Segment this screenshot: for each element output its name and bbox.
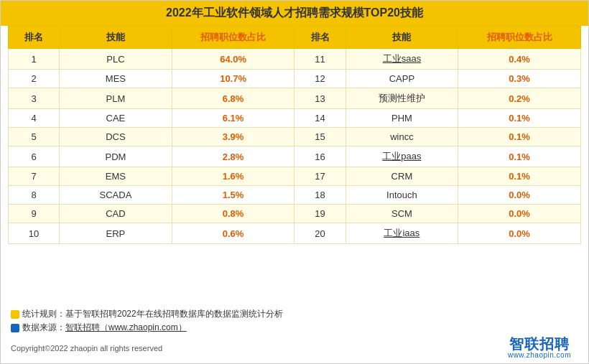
data-cell: 11 [294,49,345,70]
table-row: 1PLC64.0%11工业saas0.4% [9,49,581,70]
table-row: 4CAE6.1%14PHM0.1% [9,109,581,128]
data-cell: 10 [9,223,60,244]
logo: 智联招聘 www.zhaopin.com [508,337,571,359]
data-cell: 3 [9,88,60,109]
data-cell: 0.8% [172,205,294,223]
skill2-cell: Intouch [345,186,458,205]
data-cell: 0.1% [458,128,581,146]
skill1-cell: PLC [60,49,172,70]
data-cell: 14 [294,109,345,128]
table-body: 1PLC64.0%11工业saas0.4%2MES10.7%12CAPP0.3%… [9,49,581,244]
skill1-cell: DCS [60,128,172,146]
table-header-row: 排名 技能 招聘职位数占比 排名 技能 招聘职位数占比 [9,27,581,49]
data-cell: 0.1% [458,167,581,186]
data-cell: 5 [9,128,60,146]
data-cell: 8 [9,186,60,205]
skill1-cell: CAD [60,205,172,223]
header-pct2: 招聘职位数占比 [458,27,581,49]
data-cell: 2 [9,70,60,88]
footer-rule-label: 统计规则：基于智联招聘2022年在线招聘数据库的数据监测统计分析 [22,308,283,320]
skill1-cell: MES [60,70,172,88]
data-cell: 16 [294,146,345,167]
data-cell: 20 [294,223,345,244]
skill2-cell: CRM [345,167,458,186]
footer-bottom-row: Copyright©2022 zhaopin all rights reserv… [11,337,578,362]
data-cell: 0.0% [458,205,581,223]
skill1-cell: CAE [60,109,172,128]
skill2-cell: 工业saas [345,49,458,70]
data-cell: 7 [9,167,60,186]
skill1-cell: PLM [60,88,172,109]
data-cell: 13 [294,88,345,109]
header-skill2: 技能 [345,27,458,49]
data-cell: 0.3% [458,70,581,88]
data-cell: 3.9% [172,128,294,146]
data-cell: 6.8% [172,88,294,109]
data-cell: 19 [294,205,345,223]
header-rank2: 排名 [294,27,345,49]
page-container: 2022年工业软件领域人才招聘需求规模TOP20技能 排名 技能 招聘职位数占比… [0,0,589,364]
blue-dot-icon [11,324,19,332]
data-cell: 0.6% [172,223,294,244]
data-cell: 0.1% [458,146,581,167]
data-cell: 2.8% [172,146,294,167]
header-rank1: 排名 [9,27,60,49]
table-row: 9CAD0.8%19SCM0.0% [9,205,581,223]
skill2-cell: wincc [345,128,458,146]
skill2-cell: 工业iaas [345,223,458,244]
skill2-cell: 工业paas [345,146,458,167]
data-cell: 18 [294,186,345,205]
data-cell: 15 [294,128,345,146]
data-cell: 1.6% [172,167,294,186]
data-cell: 0.0% [458,186,581,205]
data-cell: 12 [294,70,345,88]
table-row: 3PLM6.8%13预测性维护0.2% [9,88,581,109]
footer-rule-row: 统计规则：基于智联招聘2022年在线招聘数据库的数据监测统计分析 [11,308,578,320]
data-cell: 64.0% [172,49,294,70]
copyright-text: Copyright©2022 zhaopin all rights reserv… [11,344,162,353]
data-cell: 17 [294,167,345,186]
skill1-cell: SCADA [60,186,172,205]
footer-source-label: 数据来源：智联招聘（www.zhaopin.com） [22,322,187,334]
data-cell: 9 [9,205,60,223]
data-cell: 0.1% [458,109,581,128]
skill2-cell: 预测性维护 [345,88,458,109]
table-row: 6PDM2.8%16工业paas0.1% [9,146,581,167]
skill2-cell: SCM [345,205,458,223]
table-row: 10ERP0.6%20工业iaas0.0% [9,223,581,244]
logo-text-url: www.zhaopin.com [508,351,571,359]
footer-source-row: 数据来源：智联招聘（www.zhaopin.com） [11,322,578,334]
data-cell: 6.1% [172,109,294,128]
data-table: 排名 技能 招聘职位数占比 排名 技能 招聘职位数占比 1PLC64.0%11工… [8,26,581,244]
data-cell: 6 [9,146,60,167]
header-pct1: 招聘职位数占比 [172,27,294,49]
page-title: 2022年工业软件领域人才招聘需求规模TOP20技能 [1,1,588,26]
table-row: 5DCS3.9%15wincc0.1% [9,128,581,146]
data-cell: 1.5% [172,186,294,205]
skill1-cell: ERP [60,223,172,244]
yellow-dot-icon [11,310,19,319]
footer-section: 统计规则：基于智联招聘2022年在线招聘数据库的数据监测统计分析 数据来源：智联… [1,304,588,363]
table-row: 8SCADA1.5%18Intouch0.0% [9,186,581,205]
data-cell: 0.0% [458,223,581,244]
skill1-cell: EMS [60,167,172,186]
header-skill1: 技能 [60,27,172,49]
skill1-cell: PDM [60,146,172,167]
data-cell: 4 [9,109,60,128]
table-row: 2MES10.7%12CAPP0.3% [9,70,581,88]
data-cell: 0.2% [458,88,581,109]
skill2-cell: PHM [345,109,458,128]
skill2-cell: CAPP [345,70,458,88]
data-cell: 10.7% [172,70,294,88]
data-cell: 0.4% [458,49,581,70]
data-cell: 1 [9,49,60,70]
table-section: 排名 技能 招聘职位数占比 排名 技能 招聘职位数占比 1PLC64.0%11工… [1,26,588,304]
table-row: 7EMS1.6%17CRM0.1% [9,167,581,186]
logo-text-chinese: 智联招聘 [509,337,570,351]
